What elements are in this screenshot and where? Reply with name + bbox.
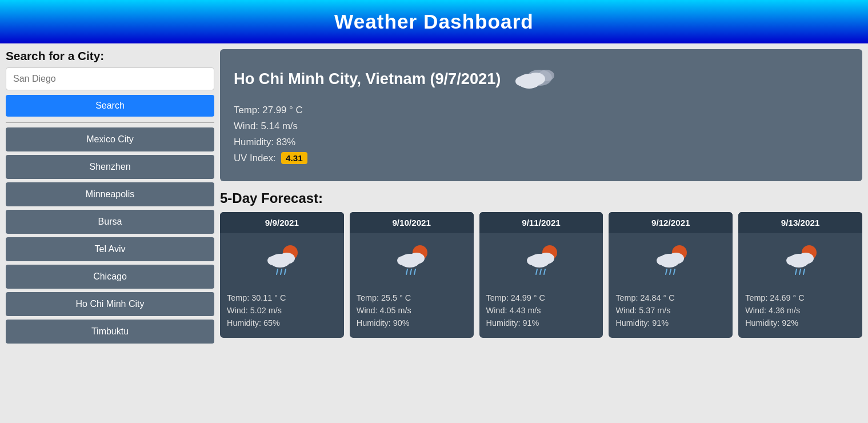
page-title: Weather Dashboard bbox=[0, 10, 868, 33]
forecast-wind-4: Wind: 4.36 m/s bbox=[745, 306, 855, 315]
forecast-icon-area-3 bbox=[609, 233, 733, 289]
svg-point-29 bbox=[657, 256, 668, 265]
forecast-icon-area-1 bbox=[350, 233, 474, 289]
svg-point-8 bbox=[267, 256, 279, 265]
forecast-icon-area-4 bbox=[738, 233, 862, 289]
sidebar-divider bbox=[6, 122, 214, 123]
forecast-humidity-1: Humidity: 90% bbox=[357, 318, 467, 328]
current-temp: Temp: 27.99 ° C bbox=[234, 105, 849, 116]
svg-point-4 bbox=[515, 76, 529, 86]
search-input[interactable] bbox=[6, 67, 214, 90]
current-city-title: Ho Chi Minh City, Vietnam (9/7/2021) bbox=[234, 70, 501, 88]
svg-point-7 bbox=[279, 253, 295, 264]
forecast-section-title: 5-Day Forecast: bbox=[220, 190, 862, 206]
forecast-date-1: 9/10/2021 bbox=[350, 212, 474, 233]
forecast-temp-0: Temp: 30.11 ° C bbox=[227, 293, 337, 302]
forecast-card-1: 9/10/2021 Temp: 25.5 ° C Wind: 4.05 m/s bbox=[350, 212, 474, 338]
current-humidity: Humidity: 83% bbox=[234, 137, 849, 148]
current-wind: Wind: 5.14 m/s bbox=[234, 121, 849, 132]
svg-line-11 bbox=[285, 269, 286, 274]
current-weather-details: Temp: 27.99 ° C Wind: 5.14 m/s Humidity:… bbox=[234, 105, 849, 164]
forecast-card-2: 9/11/2021 Temp: 24.99 ° C Wind: 4.43 m/s bbox=[479, 212, 603, 338]
sidebar: Search for a City: Search Mexico City Sh… bbox=[6, 49, 214, 347]
current-weather-icon bbox=[510, 62, 555, 95]
forecast-details-4: Temp: 24.69 ° C Wind: 4.36 m/s Humidity:… bbox=[738, 289, 862, 338]
city-btn-shenzhen[interactable]: Shenzhen bbox=[6, 155, 214, 179]
svg-point-22 bbox=[527, 256, 538, 265]
forecast-card-3: 9/12/2021 Temp: 24.84 ° C Wind: 5.37 m/s bbox=[609, 212, 733, 338]
forecast-temp-3: Temp: 24.84 ° C bbox=[615, 293, 726, 302]
header: Weather Dashboard bbox=[0, 0, 868, 43]
forecast-wind-3: Wind: 5.37 m/s bbox=[615, 306, 726, 315]
forecast-details-1: Temp: 25.5 ° C Wind: 4.05 m/s Humidity: … bbox=[350, 289, 474, 338]
forecast-grid: 9/9/2021 Temp: 30.11 ° C Wind: 5.02 m/s bbox=[220, 212, 862, 338]
main-content: Ho Chi Minh City, Vietnam (9/7/2021) T bbox=[220, 49, 862, 347]
svg-line-18 bbox=[414, 269, 415, 274]
city-btn-bursa[interactable]: Bursa bbox=[6, 210, 214, 234]
svg-line-23 bbox=[536, 269, 537, 274]
search-section-label: Search for a City: bbox=[6, 49, 214, 63]
svg-line-24 bbox=[540, 269, 541, 274]
forecast-date-4: 9/13/2021 bbox=[738, 212, 862, 233]
forecast-temp-1: Temp: 25.5 ° C bbox=[357, 293, 467, 302]
svg-point-28 bbox=[668, 253, 684, 264]
city-btn-tel-aviv[interactable]: Tel Aviv bbox=[6, 237, 214, 261]
svg-line-17 bbox=[410, 269, 411, 274]
forecast-card-0: 9/9/2021 Temp: 30.11 ° C Wind: 5.02 m/s bbox=[220, 212, 344, 338]
svg-line-10 bbox=[281, 269, 282, 274]
forecast-details-3: Temp: 24.84 ° C Wind: 5.37 m/s Humidity:… bbox=[609, 289, 733, 338]
forecast-wind-0: Wind: 5.02 m/s bbox=[227, 306, 337, 315]
svg-point-35 bbox=[798, 253, 814, 264]
forecast-temp-2: Temp: 24.99 ° C bbox=[486, 293, 597, 302]
current-uv: UV Index: 4.31 bbox=[234, 153, 849, 164]
forecast-icon-area-2 bbox=[479, 233, 603, 289]
uv-badge: 4.31 bbox=[281, 152, 307, 164]
svg-line-38 bbox=[799, 269, 801, 274]
forecast-humidity-3: Humidity: 91% bbox=[615, 318, 726, 328]
main-layout: Search for a City: Search Mexico City Sh… bbox=[0, 43, 868, 353]
forecast-details-2: Temp: 24.99 ° C Wind: 4.43 m/s Humidity:… bbox=[479, 289, 603, 338]
forecast-wind-2: Wind: 4.43 m/s bbox=[486, 306, 597, 315]
city-btn-mexico-city[interactable]: Mexico City bbox=[6, 127, 214, 151]
current-weather-header: Ho Chi Minh City, Vietnam (9/7/2021) bbox=[234, 62, 849, 95]
forecast-humidity-0: Humidity: 65% bbox=[227, 318, 337, 328]
svg-point-3 bbox=[527, 73, 545, 85]
svg-point-21 bbox=[538, 253, 554, 264]
forecast-details-0: Temp: 30.11 ° C Wind: 5.02 m/s Humidity:… bbox=[220, 289, 344, 338]
city-btn-ho-chi-minh-city[interactable]: Ho Chi Minh City bbox=[6, 292, 214, 316]
city-btn-chicago[interactable]: Chicago bbox=[6, 265, 214, 289]
svg-line-32 bbox=[674, 269, 675, 274]
svg-line-31 bbox=[670, 269, 671, 274]
forecast-humidity-4: Humidity: 92% bbox=[745, 318, 855, 328]
svg-line-39 bbox=[803, 269, 805, 274]
svg-line-16 bbox=[406, 269, 407, 274]
forecast-icon-area-0 bbox=[220, 233, 344, 289]
forecast-date-2: 9/11/2021 bbox=[479, 212, 603, 233]
city-btn-timbuktu[interactable]: Timbuktu bbox=[6, 320, 214, 344]
forecast-card-4: 9/13/2021 Temp: 24.69 ° C Wind: 4.36 m/s bbox=[738, 212, 862, 338]
svg-line-9 bbox=[277, 269, 278, 274]
forecast-date-3: 9/12/2021 bbox=[609, 212, 733, 233]
svg-line-25 bbox=[544, 269, 545, 274]
city-btn-minneapolis[interactable]: Minneapolis bbox=[6, 182, 214, 206]
svg-line-37 bbox=[795, 269, 797, 274]
current-weather-card: Ho Chi Minh City, Vietnam (9/7/2021) T bbox=[220, 49, 862, 181]
forecast-temp-4: Temp: 24.69 ° C bbox=[745, 293, 855, 302]
svg-point-15 bbox=[397, 256, 409, 265]
svg-line-30 bbox=[666, 269, 667, 274]
search-button[interactable]: Search bbox=[6, 95, 214, 117]
forecast-date-0: 9/9/2021 bbox=[220, 212, 344, 233]
svg-point-36 bbox=[786, 256, 798, 265]
svg-point-14 bbox=[409, 253, 425, 264]
forecast-humidity-2: Humidity: 91% bbox=[486, 318, 597, 328]
forecast-wind-1: Wind: 4.05 m/s bbox=[357, 306, 467, 315]
